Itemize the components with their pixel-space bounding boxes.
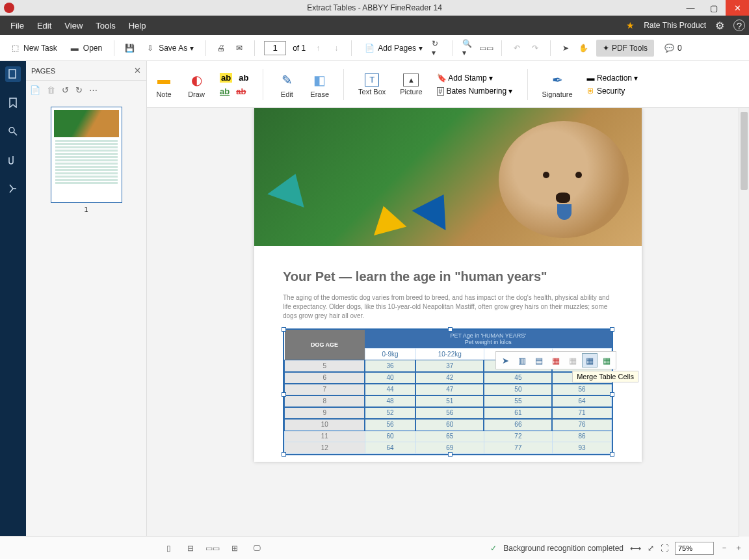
new-task-button[interactable]: ⬚New Task xyxy=(7,40,60,57)
rotate-icon[interactable]: ↻ ▾ xyxy=(432,42,443,54)
print-icon[interactable]: 🖨 xyxy=(215,42,227,54)
col-dog-age: DOG AGE xyxy=(285,330,365,360)
age-cell: 9 xyxy=(285,407,365,419)
data-cell: 51 xyxy=(415,395,484,407)
select-tool-icon[interactable]: ➤ xyxy=(497,353,513,367)
app-logo xyxy=(4,3,14,13)
highlight-group[interactable]: abab abab xyxy=(220,73,248,96)
document-area: ▬Note ◐Draw abab abab ✎Edit ◧Erase TText… xyxy=(147,61,749,536)
rate-link[interactable]: Rate This Product xyxy=(644,21,706,30)
close-panel-icon[interactable]: ✕ xyxy=(134,66,141,75)
data-cell: 56 xyxy=(365,419,415,431)
more-icon[interactable]: ⋯ xyxy=(89,85,98,95)
open-button[interactable]: ▬Open xyxy=(66,40,105,57)
data-cell: 44 xyxy=(365,384,415,395)
data-cell: 66 xyxy=(484,419,552,431)
add-hsep-icon[interactable]: ▤ xyxy=(531,353,547,367)
data-cell: 50 xyxy=(484,384,552,395)
page-canvas[interactable]: DOG & CAT Your Pet — learn the age in "h… xyxy=(147,108,749,536)
page-number-input[interactable] xyxy=(264,41,286,55)
search-doc-icon[interactable]: 🔍 ▾ xyxy=(462,42,474,54)
picture-icon: ▲ xyxy=(403,73,419,87)
grid-icon[interactable]: ▦ xyxy=(599,353,614,367)
weight-col: 0-9kg xyxy=(365,349,415,360)
zoom-out-icon[interactable]: － xyxy=(720,542,728,553)
view-facing-icon[interactable]: ▭▭ xyxy=(205,541,220,555)
signature-tool[interactable]: ✒Signature xyxy=(542,71,573,98)
edit-tool[interactable]: ✎Edit xyxy=(278,71,296,98)
data-cell: 55 xyxy=(484,395,552,407)
page-thumbnail[interactable] xyxy=(51,107,122,203)
zoom-select[interactable] xyxy=(675,542,714,555)
zoom-in-icon[interactable]: ＋ xyxy=(735,542,742,553)
menu-edit[interactable]: Edit xyxy=(31,21,58,31)
add-pages-icon: 📄 xyxy=(363,42,375,54)
delete-sep-icon[interactable]: ▦ xyxy=(548,353,564,367)
draw-tool[interactable]: ◐Draw xyxy=(187,71,205,98)
data-cell: 93 xyxy=(552,442,611,454)
add-page-icon[interactable]: 📄 xyxy=(30,85,40,95)
vertical-scrollbar[interactable] xyxy=(739,108,749,537)
bookmark-tab-icon[interactable] xyxy=(5,95,21,111)
save-icon[interactable]: 💾 xyxy=(124,42,135,54)
note-icon: ▬ xyxy=(155,71,173,89)
hand-icon[interactable]: ✋ xyxy=(578,42,590,54)
delete-page-icon[interactable]: 🗑 xyxy=(47,85,55,95)
mail-icon[interactable]: ✉ xyxy=(233,42,245,54)
add-vsep-icon[interactable]: ▥ xyxy=(514,353,530,367)
help-icon[interactable]: ? xyxy=(733,20,745,31)
note-tool[interactable]: ▬Note xyxy=(155,71,173,98)
menu-view[interactable]: View xyxy=(58,21,89,31)
table-selection[interactable]: DOG AGE PET Age in 'HUMAN YEARS'Pet weig… xyxy=(283,328,613,455)
view-presentation-icon[interactable]: 🖵 xyxy=(250,541,264,555)
attach-tab-icon[interactable] xyxy=(5,152,21,168)
fit-width-icon[interactable]: ⟷ xyxy=(630,544,641,553)
fit-page-icon[interactable]: ⤢ xyxy=(648,544,654,553)
signature-tab-icon[interactable] xyxy=(5,181,21,196)
menu-file[interactable]: File xyxy=(4,21,31,31)
status-bar: ▯ ⊟ ▭▭ ⊞ 🖵 ✓ Background recognition comp… xyxy=(0,536,749,559)
menu-help[interactable]: Help xyxy=(122,21,153,31)
facing-icon[interactable]: ▭▭ xyxy=(480,42,492,54)
split-cells-icon[interactable]: ▦ xyxy=(565,353,581,367)
view-continuous-icon[interactable]: ⊟ xyxy=(183,541,198,555)
data-cell: 52 xyxy=(365,407,415,419)
rotate-left-icon[interactable]: ↺ xyxy=(62,85,69,95)
undo-icon[interactable]: ↶ xyxy=(511,42,523,54)
data-cell: 64 xyxy=(552,395,611,407)
data-cell: 65 xyxy=(415,431,484,442)
rotate-right-icon[interactable]: ↻ xyxy=(75,85,83,95)
folder-icon: ▬ xyxy=(69,42,81,54)
security-button[interactable]: ⛨ Security xyxy=(587,87,638,96)
gear-icon[interactable]: ⚙ xyxy=(715,20,724,32)
erase-tool[interactable]: ◧Erase xyxy=(310,71,329,98)
view-facing-cont-icon[interactable]: ⊞ xyxy=(228,541,242,555)
picture-tool[interactable]: ▲Picture xyxy=(400,73,422,96)
menu-tools[interactable]: Tools xyxy=(89,21,122,31)
data-cell: 42 xyxy=(415,372,484,384)
comments-count[interactable]: 💬0 xyxy=(661,40,685,57)
pdf-tools-button[interactable]: ✦ PDF Tools xyxy=(596,40,654,57)
maximize-button[interactable]: ▢ xyxy=(702,0,726,16)
save-as-button[interactable]: ⇩Save As ▾ xyxy=(142,40,196,57)
textbox-tool[interactable]: TText Box xyxy=(358,73,386,96)
titlebar: Extract Tables - ABBYY FineReader 14 — ▢… xyxy=(0,0,749,16)
data-cell: 71 xyxy=(552,407,611,419)
close-button[interactable]: ✕ xyxy=(726,0,749,16)
minimize-button[interactable]: — xyxy=(679,0,702,16)
pages-tab-icon[interactable] xyxy=(5,66,21,82)
redo-icon[interactable]: ↷ xyxy=(529,42,541,54)
side-strip xyxy=(0,61,26,536)
add-stamp-button[interactable]: 🔖 Add Stamp ▾ xyxy=(437,73,513,83)
page-up-icon[interactable]: ↑ xyxy=(312,42,324,54)
view-single-icon[interactable]: ▯ xyxy=(161,541,176,555)
merge-cells-icon[interactable]: ▦ xyxy=(582,353,598,367)
redaction-button[interactable]: ▬ Redaction ▾ xyxy=(587,73,638,83)
search-tab-icon[interactable] xyxy=(5,124,21,139)
fullscreen-icon[interactable]: ⛶ xyxy=(661,544,668,553)
bates-button[interactable]: # Bates Numbering ▾ xyxy=(437,87,513,96)
thumbnail-number: 1 xyxy=(34,206,138,213)
add-pages-button[interactable]: 📄Add Pages ▾ xyxy=(361,40,425,57)
page-down-icon[interactable]: ↓ xyxy=(330,42,342,54)
pointer-icon[interactable]: ➤ xyxy=(560,42,572,54)
